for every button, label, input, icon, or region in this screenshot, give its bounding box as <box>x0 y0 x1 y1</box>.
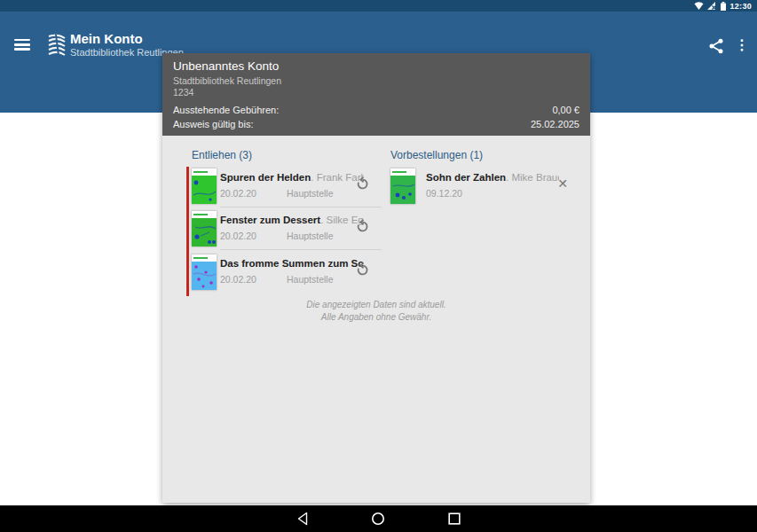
book-cover <box>192 168 217 204</box>
share-icon[interactable] <box>707 37 725 55</box>
loan-item-meta: 20.02.20 Hauptstelle <box>220 274 256 285</box>
status-time: 12:30 <box>729 2 752 11</box>
account-name: Unbenanntes Konto <box>173 59 580 73</box>
loan-item-title[interactable]: Spuren der Helden. Frank Farber <box>220 172 364 183</box>
reservation-item-meta: 09.12.20 <box>426 188 462 199</box>
reservation-item-title[interactable]: Sohn der Zahlen. Mike Brauer <box>426 172 559 183</box>
app-logo-icon <box>47 33 67 58</box>
book-cover <box>192 211 217 246</box>
menu-icon[interactable] <box>14 39 30 51</box>
divider <box>220 207 382 207</box>
branch: Hauptstelle <box>287 188 334 199</box>
divider <box>220 249 382 250</box>
overflow-menu-icon[interactable]: ⋮ <box>735 35 747 56</box>
page-title: Mein Konto <box>70 31 143 46</box>
cancel-reservation-icon[interactable]: ✕ <box>556 176 570 191</box>
book-cover <box>390 168 415 204</box>
account-library: Stadtbibliothek Reutlingen <box>173 75 580 87</box>
card-valid-label: Ausweis gültig bis: <box>173 117 254 131</box>
renew-icon[interactable] <box>355 262 370 278</box>
screen: 12:30 Mein Konto Stadtbibliothek Reutlin… <box>0 0 757 532</box>
book-cover <box>192 254 217 290</box>
reservation-date: 09.12.20 <box>426 188 462 199</box>
renew-icon[interactable] <box>355 219 370 234</box>
fees-value: 0,00 € <box>552 103 580 117</box>
disclaimer-note: Alle Angaben ohne Gewähr. <box>162 311 590 324</box>
overdue-indicator-bar <box>186 167 189 296</box>
home-icon[interactable] <box>371 512 385 526</box>
renew-icon[interactable] <box>355 176 370 192</box>
fees-label: Ausstehende Gebühren: <box>173 103 279 117</box>
wifi-icon <box>694 2 704 10</box>
due-date: 20.02.20 <box>220 188 256 199</box>
loan-item-meta: 20.02.20 Hauptstelle <box>220 231 256 241</box>
battery-icon <box>721 2 726 11</box>
back-icon[interactable] <box>296 512 310 526</box>
account-number: 1234 <box>173 87 580 98</box>
loan-item-title[interactable]: Das fromme Summen zum Sc… <box>220 258 364 269</box>
status-bar: 12:30 <box>0 0 757 12</box>
loans-section-header: Entliehen (3) <box>192 149 252 161</box>
account-card-header: Unbenanntes Konto Stadtbibliothek Reutli… <box>162 53 590 136</box>
account-card: Unbenanntes Konto Stadtbibliothek Reutli… <box>162 53 590 503</box>
branch: Hauptstelle <box>287 231 334 241</box>
reservations-section-header: Vorbestellungen (1) <box>390 149 483 161</box>
android-nav-bar <box>0 505 757 532</box>
data-status-note: Die angezeigten Daten sind aktuell. <box>162 299 590 311</box>
due-date: 20.02.20 <box>220 231 256 241</box>
card-valid-value: 25.02.2025 <box>531 117 580 131</box>
loan-item-title[interactable]: Fenster zum Dessert. Silke Eg… <box>220 215 364 225</box>
recents-icon[interactable] <box>447 512 461 526</box>
cellular-signal-icon <box>707 2 717 10</box>
loan-item-meta: 20.02.20 Hauptstelle <box>220 188 256 199</box>
due-date: 20.02.20 <box>220 274 256 285</box>
branch: Hauptstelle <box>287 274 334 285</box>
